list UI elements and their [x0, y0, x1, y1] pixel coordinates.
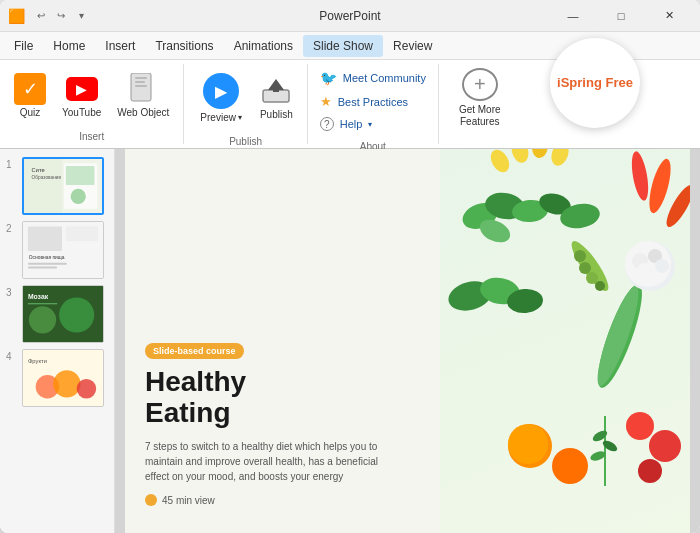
- menu-animations[interactable]: Animations: [224, 35, 303, 57]
- quiz-button[interactable]: ✓ Quiz: [8, 66, 52, 126]
- undo-button[interactable]: ↩: [33, 8, 49, 24]
- slide-thumb-img-3: Мозак: [23, 286, 103, 342]
- svg-point-57: [649, 430, 681, 462]
- main-content: 1 Сите Образование: [0, 149, 700, 533]
- webobject-button[interactable]: Web Object: [111, 66, 175, 126]
- menu-slideshow[interactable]: Slide Show: [303, 35, 383, 57]
- svg-point-58: [638, 459, 662, 483]
- slide-number-4: 4: [6, 351, 16, 362]
- minimize-button[interactable]: —: [550, 1, 596, 31]
- svg-point-31: [509, 149, 531, 165]
- title-bar-controls: 🟧 ↩ ↪ ▾: [8, 8, 89, 24]
- svg-point-30: [487, 149, 513, 175]
- svg-rect-19: [28, 267, 57, 269]
- svg-point-33: [548, 149, 571, 168]
- menu-file[interactable]: File: [4, 35, 43, 57]
- youtube-icon: ▶: [66, 73, 98, 105]
- app-window: 🟧 ↩ ↪ ▾ PowerPoint — □ ✕ File Home Inser…: [0, 0, 700, 533]
- facebook-icon: 🐦: [320, 70, 337, 86]
- ispring-label: iSpring Free: [557, 75, 633, 91]
- meet-community-link[interactable]: 🐦 Meet Community: [316, 68, 430, 88]
- best-practices-link[interactable]: ★ Best Practices: [316, 92, 430, 111]
- slide-number-3: 3: [6, 287, 16, 298]
- window-title: PowerPoint: [319, 9, 380, 23]
- svg-text:Сите: Сите: [32, 167, 45, 173]
- slide-thumb-img-4: Фрукти: [23, 350, 103, 406]
- slide-thumb-2: Основная пища: [22, 221, 104, 279]
- publish-icon: [260, 75, 292, 107]
- svg-text:Образование: Образование: [32, 175, 62, 180]
- title-bar: 🟧 ↩ ↪ ▾ PowerPoint — □ ✕: [0, 0, 700, 32]
- svg-point-23: [29, 306, 56, 333]
- get-more-button[interactable]: + Get More Features: [447, 64, 513, 132]
- publish-button[interactable]: Publish: [254, 68, 299, 128]
- youtube-button[interactable]: ▶ YouTube: [56, 66, 107, 126]
- ribbon-group-insert: ✓ Quiz ▶ YouTube: [0, 64, 184, 144]
- help-link[interactable]: ? Help ▾: [316, 115, 430, 133]
- preview-button[interactable]: ▶ Preview ▾: [192, 64, 250, 132]
- slide-item-1[interactable]: 1 Сите Образование: [6, 157, 108, 215]
- ribbon-group-publish: ▶ Preview ▾: [184, 64, 307, 144]
- svg-rect-1: [135, 77, 147, 79]
- slide-item-2[interactable]: 2 Основная пища: [6, 221, 108, 279]
- menu-transitions[interactable]: Transitions: [145, 35, 223, 57]
- svg-point-45: [645, 157, 675, 215]
- svg-point-56: [626, 412, 654, 440]
- ispring-badge[interactable]: iSpring Free: [550, 38, 640, 128]
- svg-point-42: [579, 262, 591, 274]
- preview-play-icon: ▶: [203, 73, 239, 109]
- slide-main: Slide-based course Healthy Eating 7 step…: [125, 149, 690, 533]
- window-controls: — □ ✕: [550, 1, 692, 31]
- menu-review[interactable]: Review: [383, 35, 442, 57]
- svg-point-54: [508, 424, 548, 464]
- youtube-label: YouTube: [62, 107, 101, 119]
- quick-access-button[interactable]: ▾: [73, 8, 89, 24]
- ribbon: iSpring Free ✓ Quiz ▶: [0, 60, 700, 149]
- slide-thumb-img-2: Основная пища: [23, 222, 103, 278]
- preview-label: Preview ▾: [200, 112, 242, 123]
- menu-home[interactable]: Home: [43, 35, 95, 57]
- svg-point-32: [531, 149, 549, 159]
- slide-thumb-img-1: Сите Образование: [24, 159, 102, 213]
- quiz-icon: ✓: [14, 73, 46, 105]
- svg-point-46: [629, 150, 651, 202]
- menu-insert[interactable]: Insert: [95, 35, 145, 57]
- slide-view: Slide-based course Healthy Eating 7 step…: [115, 149, 700, 533]
- veggie-decoration: [440, 149, 690, 533]
- star-icon: ★: [320, 94, 332, 109]
- svg-rect-3: [135, 85, 147, 87]
- slide-time: 45 min view: [145, 494, 445, 506]
- svg-point-41: [574, 250, 586, 262]
- about-links: 🐦 Meet Community ★ Best Practices ? Help…: [316, 64, 430, 137]
- slide-item-3[interactable]: 3 Мозак: [6, 285, 108, 343]
- svg-text:Фрукти: Фрукти: [28, 358, 47, 364]
- insert-buttons: ✓ Quiz ▶ YouTube: [8, 64, 175, 127]
- svg-text:Мозак: Мозак: [28, 293, 49, 300]
- quiz-label: Quiz: [20, 107, 41, 119]
- slide-badge: Slide-based course: [145, 343, 244, 359]
- svg-text:Основная пища: Основная пища: [29, 255, 65, 260]
- time-dot-icon: [145, 494, 157, 506]
- publish-group-label: Publish: [229, 132, 262, 149]
- slide-item-4[interactable]: 4 Фрукти: [6, 349, 108, 407]
- ribbon-group-about: 🐦 Meet Community ★ Best Practices ? Help…: [308, 64, 439, 144]
- slide-thumb-3: Мозак: [22, 285, 104, 343]
- slide-panel: 1 Сите Образование: [0, 149, 115, 533]
- svg-point-24: [59, 297, 94, 332]
- svg-point-63: [655, 259, 669, 273]
- quiz-checkbox-icon: ✓: [14, 73, 46, 105]
- webobject-icon: [127, 73, 159, 105]
- slide-title: Healthy Eating: [145, 367, 445, 429]
- help-icon: ?: [320, 117, 334, 131]
- svg-point-28: [53, 370, 80, 397]
- close-button[interactable]: ✕: [646, 1, 692, 31]
- preview-dropdown-arrow: ▾: [238, 113, 242, 122]
- webobj-label: Web Object: [117, 107, 169, 119]
- insert-group-label: Insert: [79, 127, 104, 144]
- get-more-plus-icon: +: [462, 68, 498, 101]
- app-icon: 🟧: [8, 8, 25, 24]
- maximize-button[interactable]: □: [598, 1, 644, 31]
- svg-rect-6: [273, 84, 279, 92]
- svg-rect-2: [135, 81, 145, 83]
- redo-button[interactable]: ↪: [53, 8, 69, 24]
